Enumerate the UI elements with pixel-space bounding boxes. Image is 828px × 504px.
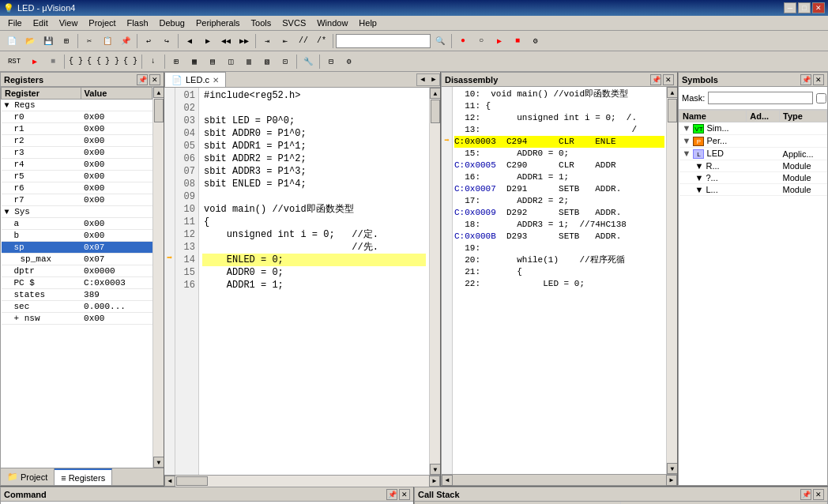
callstack-close-icon[interactable]: ✕ xyxy=(813,489,824,500)
indent-button[interactable]: ⇥ xyxy=(258,33,276,49)
table-row[interactable]: ▼ Sys xyxy=(2,206,152,218)
format-button[interactable]: 🔧 xyxy=(299,54,317,70)
tool-extra2[interactable]: ⚙ xyxy=(341,54,358,70)
view5-button[interactable]: ▥ xyxy=(240,54,258,70)
sym-expand-led[interactable]: ▼ xyxy=(683,149,691,158)
step-into-button[interactable]: ↓ xyxy=(145,54,162,70)
table-row[interactable]: ▼ L LED Applic... xyxy=(679,148,827,160)
editor-scrollbar-v[interactable]: ▲ ▼ xyxy=(429,88,440,475)
menu-file[interactable]: File xyxy=(3,17,27,28)
command-close-icon[interactable]: ✕ xyxy=(399,489,410,500)
table-row[interactable]: ▼ ?... Module xyxy=(679,172,827,184)
cut-button[interactable]: ✂ xyxy=(81,33,98,49)
paste-button[interactable]: 📌 xyxy=(117,33,134,49)
disasm-scroll-down[interactable]: ▼ xyxy=(667,463,677,474)
view6-button[interactable]: ▧ xyxy=(258,54,276,70)
hscroll-left[interactable]: ◀ xyxy=(164,476,175,487)
callstack-pin-icon[interactable]: 📌 xyxy=(800,489,811,500)
brace2-button[interactable]: { { xyxy=(85,54,103,70)
undo-button[interactable]: ↩ xyxy=(140,33,157,49)
sys-toggle[interactable]: ▼ xyxy=(5,208,9,216)
nav1-button[interactable]: ◀ xyxy=(181,33,198,49)
disasm-scroll-thumb[interactable] xyxy=(668,99,677,122)
table-row[interactable]: sp_max0x07 xyxy=(2,254,152,265)
scroll-down-btn[interactable]: ▼ xyxy=(153,457,164,468)
tab-registers[interactable]: ≡ Registers xyxy=(55,468,112,485)
nav3-button[interactable]: ◀◀ xyxy=(217,33,235,49)
search-button[interactable]: 🔍 xyxy=(431,33,449,49)
editor-scroll-thumb[interactable] xyxy=(431,100,440,123)
stop-button[interactable]: ■ xyxy=(509,33,526,49)
editor-nav-left[interactable]: ◀ xyxy=(417,74,428,85)
menu-debug[interactable]: Debug xyxy=(155,17,190,28)
menu-window[interactable]: Window xyxy=(312,17,352,28)
sym-expand-l[interactable]: ▼ xyxy=(695,185,704,194)
search-input[interactable] xyxy=(336,34,431,48)
table-row[interactable]: a0x00 xyxy=(2,218,152,230)
disasm-hscroll-right[interactable]: ▶ xyxy=(666,475,677,486)
stop2-button[interactable]: ■ xyxy=(44,54,62,70)
editor-scroll-down[interactable]: ▼ xyxy=(430,464,440,475)
table-row[interactable]: sp0x07 xyxy=(2,242,152,254)
tab-project[interactable]: 📁 Project xyxy=(1,468,55,485)
menu-edit[interactable]: Edit xyxy=(28,17,53,28)
close-button[interactable]: ✕ xyxy=(812,2,825,13)
menu-svcs[interactable]: SVCS xyxy=(277,17,310,28)
table-row[interactable]: ▼ R... Module xyxy=(679,160,827,172)
table-row[interactable]: dptr0x0000 xyxy=(2,265,152,277)
code-area[interactable]: #include<reg52.h> sbit LED = P0^0; sbit … xyxy=(199,88,429,475)
brace3-button[interactable]: } } xyxy=(104,54,121,70)
run-button[interactable]: ▶ xyxy=(491,33,508,49)
redo-button[interactable]: ↪ xyxy=(158,33,175,49)
menu-view[interactable]: View xyxy=(55,17,83,28)
hscroll-thumb[interactable] xyxy=(176,476,208,486)
editor-close-icon[interactable]: ✕ xyxy=(213,76,219,85)
view3-button[interactable]: ▤ xyxy=(204,54,221,70)
sym-expand-r[interactable]: ▼ xyxy=(695,161,704,171)
menu-tools[interactable]: Tools xyxy=(247,17,277,28)
menu-help[interactable]: Help xyxy=(354,17,382,28)
table-row[interactable]: ▼ Regs xyxy=(2,100,152,111)
table-row[interactable]: states389 xyxy=(2,289,152,301)
brace4-button[interactable]: { } xyxy=(122,54,139,70)
scroll-up-btn[interactable]: ▲ xyxy=(153,87,164,98)
breakpoint-button[interactable]: ● xyxy=(454,33,472,49)
table-row[interactable]: r10x00 xyxy=(2,123,152,135)
table-row[interactable]: r20x00 xyxy=(2,135,152,147)
disasm-scroll-up[interactable]: ▲ xyxy=(667,87,677,98)
new-button[interactable]: 📄 xyxy=(3,33,21,49)
view1-button[interactable]: ⊞ xyxy=(167,54,185,70)
table-row[interactable]: r70x00 xyxy=(2,194,152,206)
uncomment-button[interactable]: /* xyxy=(313,33,330,49)
disasm-pin-icon[interactable]: 📌 xyxy=(650,74,661,85)
table-row[interactable]: r30x00 xyxy=(2,147,152,159)
view7-button[interactable]: ⊡ xyxy=(277,54,294,70)
table-row[interactable]: ▼ L... Module xyxy=(679,184,827,196)
pin-icon[interactable]: 📌 xyxy=(137,74,148,85)
regs-toggle[interactable]: ▼ xyxy=(5,101,9,110)
clear-bp-button[interactable]: ○ xyxy=(472,33,490,49)
settings-button[interactable]: ⚙ xyxy=(527,33,544,49)
symbols-pin-icon[interactable]: 📌 xyxy=(800,74,811,85)
disasm-scrollbar-h[interactable]: ◀ ▶ xyxy=(442,474,677,485)
comment-button[interactable]: // xyxy=(295,33,312,49)
view2-button[interactable]: ▦ xyxy=(186,54,203,70)
menu-peripherals[interactable]: Peripherals xyxy=(191,17,245,28)
hscroll-right[interactable]: ▶ xyxy=(429,476,440,487)
disasm-scrollbar[interactable]: ▲ ▼ xyxy=(666,87,677,474)
registers-scrollbar[interactable]: ▲ ▼ xyxy=(152,87,164,468)
editor-tab-led[interactable]: 📄 LED.c ✕ xyxy=(164,72,226,87)
table-row[interactable]: r60x00 xyxy=(2,182,152,194)
editor-nav-right[interactable]: ▶ xyxy=(428,74,439,85)
minimize-button[interactable]: ─ xyxy=(784,2,796,13)
close-panel-icon[interactable]: ✕ xyxy=(149,74,160,85)
menu-flash[interactable]: Flash xyxy=(122,17,153,28)
table-row[interactable]: r40x00 xyxy=(2,159,152,171)
run2-button[interactable]: ▶ xyxy=(26,54,43,70)
editor-scroll-up[interactable]: ▲ xyxy=(430,88,440,99)
save-all-button[interactable]: ⊞ xyxy=(58,33,75,49)
sym-expand-q[interactable]: ▼ xyxy=(695,173,704,182)
table-row[interactable]: r50x00 xyxy=(2,171,152,182)
outdent-button[interactable]: ⇤ xyxy=(277,33,294,49)
menu-project[interactable]: Project xyxy=(84,17,120,28)
